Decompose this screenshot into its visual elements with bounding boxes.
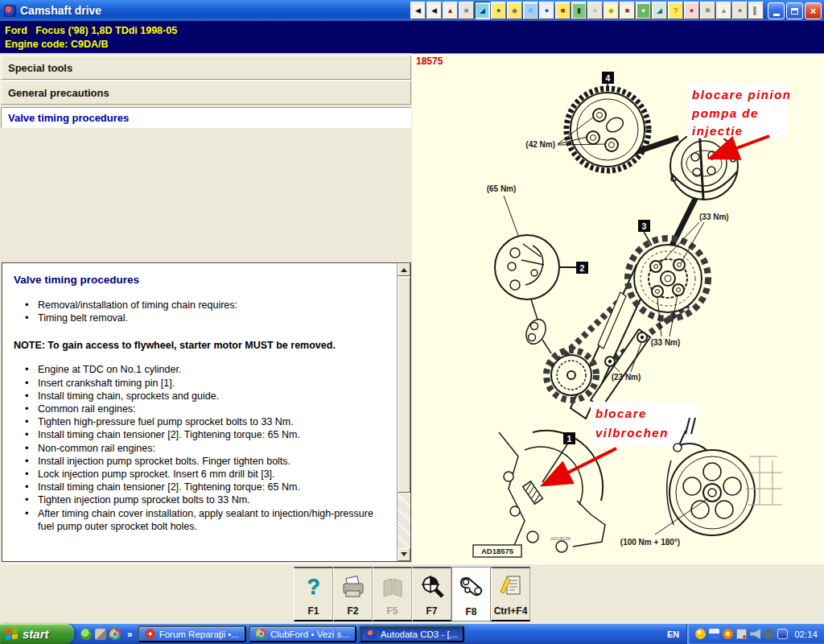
manuals-button[interactable]: F5 [373,567,412,621]
scroll-down-icon [401,552,407,559]
annotation-crank-text-2: vilbrochen [595,426,669,440]
sub-figure-code: AD18136 [550,536,571,541]
pidgin-icon[interactable] [80,629,92,640]
title-bar: Camshaft drive ◀ ◀ ▲ ■ ◢ ● ◆ ○ ● ■ [0,0,824,21]
mouse-settings-icon[interactable] [764,629,774,639]
zoom-button[interactable]: F7 [412,567,451,621]
annotation-crank-text-1: blocare [595,407,647,420]
tyres-icon[interactable]: ○ [523,2,538,19]
window-layout-icon[interactable]: ■ [459,2,474,19]
qip-icon[interactable] [723,629,733,639]
scroll-down-button[interactable] [398,548,410,561]
procedure-step: Engine at TDC on No.1 cylinder. [14,363,386,376]
estimates-icon[interactable]: ≡ [587,2,603,19]
chrome-icon[interactable] [109,629,121,640]
diagnostics-icon[interactable]: ? [668,2,683,19]
torque-pump-top: (33 Nm) [699,213,729,221]
procedure-step: After timing chain cover installation, a… [14,507,386,533]
procedure-step: Install timing chain tensioner [2]. Tigh… [14,428,386,441]
book-icon [373,568,411,605]
nav-first-icon[interactable]: ◀ [410,2,426,19]
system-tray: 02:14 [686,624,824,644]
drive-belts-button[interactable]: F8 [451,567,491,621]
paint-spray-icon[interactable]: ◢ [652,2,667,19]
procedure-step-list: Engine at TDC on No.1 cylinder.Insert cr… [14,363,386,533]
figure-code-box: AD18575 [473,545,521,557]
windows-flag-icon [6,628,19,641]
volume-icon[interactable] [750,629,760,639]
help-button[interactable]: ? F1 [294,567,333,621]
quick-launch-overflow-icon[interactable]: » [126,629,134,640]
edit-notes-icon [492,568,529,605]
callout-2: 2 [580,263,585,273]
network-status-icon[interactable] [736,629,747,639]
vehicle-model: Ford Focus ('98) 1,8D TDdi 1998-05 [5,24,824,38]
toolbar: ◀ ◀ ▲ ■ ◢ ● ◆ ○ ● ■ ▮ ≡ [410,2,764,19]
procedure-text-panel: Valve timing procedures Removal/installa… [2,262,411,562]
crank-sprocket [546,350,596,400]
print-button[interactable]: F2 [333,567,373,621]
clock[interactable]: 02:14 [794,630,818,639]
intro-bullet: Removal/installation of timing chain req… [14,299,386,312]
fuel-system-icon[interactable]: ■ [555,2,571,19]
electrics-icon[interactable]: ▌ [748,2,764,19]
app-status-icon[interactable] [709,629,719,639]
minimize-icon [773,14,780,16]
vehicle-header: Ford Focus ('98) 1,8D TDdi 1998-05 Engin… [0,21,824,53]
print-icon [334,568,372,605]
figure-code: AD18575 [481,547,514,555]
transmission-icon[interactable]: ● [732,2,748,19]
restore-button[interactable] [786,2,803,19]
abs-brakes-icon[interactable]: ▲ [716,2,731,19]
service-schedule-icon[interactable]: ● [491,2,506,19]
language-indicator[interactable]: EN [660,630,686,639]
firing-order-icon[interactable]: ■ [620,2,635,19]
scroll-track[interactable] [398,493,410,548]
wheel-alignment-icon[interactable]: ● [636,2,651,19]
notes-button[interactable]: Ctrl+F4 [491,567,530,621]
procedure-note: NOTE: To gain access to flywheel, starte… [14,340,386,351]
timing-chain-diagram: 18575 4 (42 Nm) [412,54,824,564]
phone-suite-icon[interactable] [777,629,788,639]
zoom-crosshair-icon [413,568,451,605]
torque-guide: (23 Nm) [612,373,641,382]
procedure-step: Non-common rail engines: [14,442,386,455]
start-button[interactable]: start [0,624,74,644]
sidebar-item-valve-timing-procedures[interactable]: Valve timing procedures [1,107,411,128]
engine-icon[interactable]: ◆ [507,2,522,19]
text-scrollbar[interactable] [397,263,410,561]
function-key-bar: ? F1 F2 F5 F7 F8 Ctrl+F4 [0,564,824,624]
diagram-panel: 18575 4 (42 Nm) [412,53,824,564]
air-conditioning-icon[interactable]: ❄ [700,2,715,19]
left-panel: Special tools General precautions Valve … [0,53,412,564]
procedure-step: Install timing chain tensioner [2]. Tigh… [14,481,386,493]
help-icon: ? [295,568,332,605]
scroll-thumb[interactable] [398,277,410,493]
sidebar-filler [0,128,412,262]
minimize-button[interactable] [768,2,785,19]
lubricants-icon[interactable]: ◆ [604,2,619,19]
close-button[interactable]: × [805,2,822,19]
procedure-step: Tighten high-pressure fuel pump sprocket… [14,415,386,428]
procedure-step: Tighten injection pump sprocket bolts to… [14,493,386,506]
task-clubford[interactable]: ClubFord • Vezi s... [249,625,356,642]
engine-management-icon[interactable]: ▮ [571,2,587,19]
window-title: Camshaft drive [20,4,101,17]
annotation-pump-text-3: injectie [692,124,744,138]
procedure-step: Install injection pump sprocket bolts. F… [14,455,386,468]
torque-pump-side: (33 Nm) [651,338,681,347]
sidebar-item-general-precautions[interactable]: General precautions [1,80,411,105]
contacts-icon[interactable]: ● [539,2,554,19]
messenger-icon[interactable] [695,629,706,639]
nav-back-icon[interactable]: ◀ [426,2,442,19]
media-player-icon[interactable] [95,629,106,640]
warning-icon[interactable]: ▲ [443,2,458,19]
sidebar-item-special-tools[interactable]: Special tools [1,56,411,80]
procedure-step: Insert crankshaft timing pin [1]. [14,377,386,390]
task-forum-reparatii[interactable]: Forum Reparaţii •... [138,625,246,642]
airbag-srs-icon[interactable]: ● [684,2,699,19]
task-autodata-cd3[interactable]: Autodata CD3 - [... [359,625,464,642]
camshaft-sprocket: 4 (42 Nm) [525,72,649,171]
scroll-up-button[interactable] [398,263,410,276]
vehicle-data-icon[interactable]: ◢ [475,2,490,19]
